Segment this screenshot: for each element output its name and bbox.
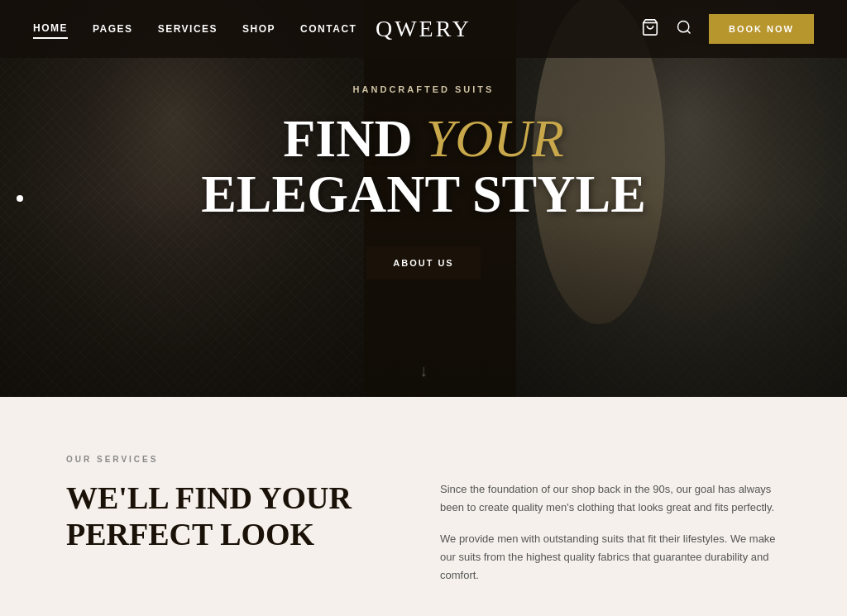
nav-item-home[interactable]: HOME <box>33 19 68 39</box>
site-logo[interactable]: QWERY <box>376 16 471 42</box>
services-grid: WE'LL FIND YOUR PERFECT LOOK Since the f… <box>66 480 781 598</box>
services-text: Since the foundation of our shop back in… <box>440 480 781 598</box>
hero-title-line2: ELEGANT STYLE <box>201 165 646 223</box>
nav-item-services[interactable]: SERVICES <box>158 20 218 38</box>
book-now-button[interactable]: BOOK NOW <box>709 14 814 44</box>
svg-line-2 <box>687 30 691 33</box>
nav-item-pages[interactable]: PAGES <box>93 20 133 38</box>
hero-subtitle: HANDCRAFTED SUITS <box>353 84 495 94</box>
hero-title-find: FIND <box>283 109 425 168</box>
services-heading-line2: PERFECT LOOK <box>66 517 314 552</box>
svg-point-1 <box>678 21 689 31</box>
about-us-button[interactable]: ABOUT US <box>366 246 480 279</box>
services-section: OUR SERVICES WE'LL FIND YOUR PERFECT LOO… <box>0 397 847 616</box>
hero-content: HANDCRAFTED SUITS FIND YOUR ELEGANT STYL… <box>0 0 847 397</box>
services-heading: WE'LL FIND YOUR PERFECT LOOK <box>66 480 407 552</box>
cart-icon[interactable] <box>641 18 659 41</box>
services-left: WE'LL FIND YOUR PERFECT LOOK <box>66 480 407 598</box>
navbar: HOME PAGES SERVICES SHOP CONTACT QWERY B… <box>0 0 847 58</box>
slider-dots <box>17 195 23 202</box>
services-paragraph-2: We provide men with outstanding suits th… <box>440 530 781 585</box>
search-icon[interactable] <box>676 19 692 40</box>
nav-right: BOOK NOW <box>641 14 814 44</box>
nav-item-contact[interactable]: CONTACT <box>300 20 357 38</box>
nav-item-shop[interactable]: SHOP <box>242 20 275 38</box>
slider-dot-1[interactable] <box>17 195 23 202</box>
services-paragraph-1: Since the foundation of our shop back in… <box>440 480 781 517</box>
services-section-label: OUR SERVICES <box>66 455 781 464</box>
nav-left: HOME PAGES SERVICES SHOP CONTACT <box>33 19 357 39</box>
hero-section: HANDCRAFTED SUITS FIND YOUR ELEGANT STYL… <box>0 0 847 397</box>
hero-title-your: YOUR <box>426 109 564 168</box>
hero-title: FIND YOUR ELEGANT STYLE <box>201 111 646 222</box>
services-heading-line1: WE'LL FIND YOUR <box>66 480 352 515</box>
